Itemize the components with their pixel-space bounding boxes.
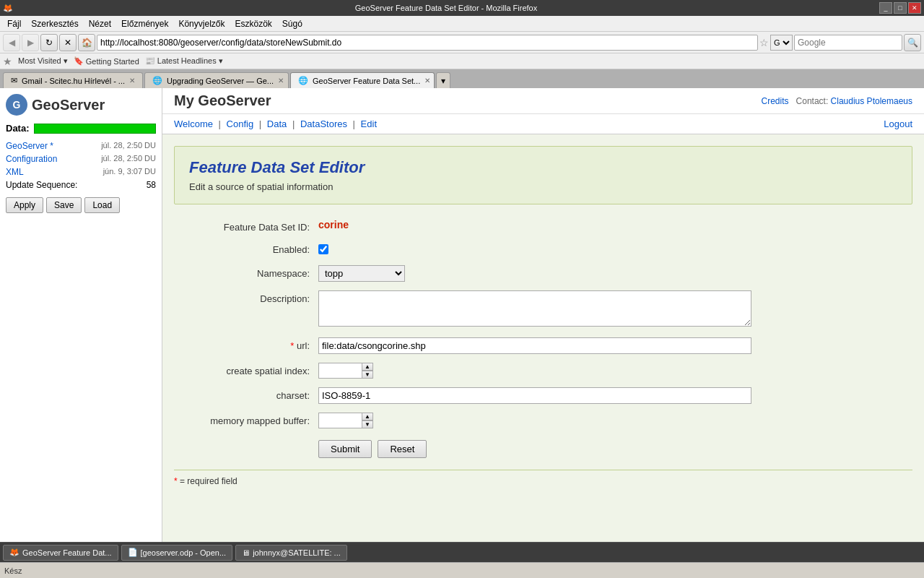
field-row-enabled: Enabled: (174, 241, 912, 256)
stop-button[interactable]: ✕ (59, 34, 77, 51)
bookmarks-icon: ★ (3, 56, 12, 67)
url-input-field[interactable] (318, 337, 751, 354)
taskbar-label-geoserver: GeoServer Feature Dat... (22, 548, 112, 557)
field-charset-label: charset: (174, 387, 318, 401)
required-note-text: = required field (180, 476, 237, 486)
editor-header: Feature Data Set Editor Edit a source of… (174, 146, 912, 204)
breadcrumb-config[interactable]: Config (227, 118, 254, 129)
reload-button[interactable]: ↻ (40, 34, 58, 51)
logout-button[interactable]: Logout (884, 118, 912, 129)
back-button[interactable]: ◀ (3, 34, 20, 51)
browser-content: G GeoServer Data: GeoServer * júl. 28, 2… (0, 88, 924, 546)
taskbar-item-odp[interactable]: 📄 [geoserver.odp - Open... (121, 545, 233, 561)
tabs-bar: ✉ Gmail - Scitec.hu Hírlevél - ... ✕ 🌐 U… (0, 69, 924, 88)
field-id-label: Feature Data Set ID: (174, 219, 318, 233)
menu-bar: Fájl Szerkesztés Nézet Előzmények Könyvj… (0, 16, 924, 32)
submit-button[interactable]: Submit (318, 440, 372, 458)
field-row-url: url: (174, 337, 912, 354)
breadcrumb-welcome[interactable]: Welcome (174, 118, 213, 129)
spatial-index-up[interactable]: ▲ (362, 363, 373, 371)
tab-upgrading[interactable]: 🌐 Upgrading GeoServer — Ge... ✕ (144, 72, 289, 88)
search-engine-select[interactable]: G (770, 35, 793, 51)
menu-help[interactable]: Súgó (278, 17, 307, 30)
sidebar-logo: G GeoServer (6, 94, 156, 116)
tab-close-gmail[interactable]: ✕ (129, 77, 135, 85)
search-button[interactable]: 🔍 (904, 34, 921, 51)
maximize-button[interactable]: □ (894, 2, 907, 14)
bookmark-star[interactable]: ☆ (759, 37, 769, 48)
status-text: Kész (4, 566, 22, 575)
required-asterisk: * (174, 476, 178, 486)
breadcrumb-bar: Welcome | Config | Data | DataStores | E… (162, 114, 924, 134)
getting-started-label: Getting Started (86, 57, 139, 66)
enabled-checkbox[interactable] (318, 244, 328, 254)
bookmark-getting-started[interactable]: 🔖 Getting Started (74, 56, 139, 66)
field-row-description: Description: (174, 290, 912, 329)
menu-edit[interactable]: Szerkesztés (27, 17, 82, 30)
contact-link[interactable]: Claudius Ptolemaeus (831, 96, 912, 106)
save-button[interactable]: Save (46, 197, 82, 213)
search-input[interactable] (794, 35, 902, 51)
field-row-memory-buffer: memory mapped buffer: ▲ ▼ (174, 413, 912, 428)
sidebar-date-geoserver: júl. 28, 2:50 DU (101, 141, 156, 151)
breadcrumb-datastores[interactable]: DataStores (300, 118, 347, 129)
bookmark-most-visited[interactable]: Most Visited ▾ (18, 56, 68, 66)
tab-geoserver-editor[interactable]: 🌐 GeoServer Feature Data Set... ✕ (290, 72, 435, 88)
firefox-icon: 🦊 (3, 4, 13, 13)
taskbar-icon-geoserver: 🦊 (9, 548, 19, 557)
taskbar-icon-odp: 📄 (128, 548, 138, 557)
taskbar-item-geoserver[interactable]: 🦊 GeoServer Feature Dat... (3, 545, 118, 561)
tab-favicon-gmail: ✉ (11, 76, 17, 85)
menu-tools[interactable]: Eszközök (230, 17, 276, 30)
spatial-index-down[interactable]: ▼ (362, 371, 373, 379)
data-text: Data: (6, 123, 30, 134)
geoserver-header: My GeoServer Credits Contact: Claudius P… (162, 88, 924, 114)
memory-buffer-input[interactable] (318, 413, 362, 428)
url-input[interactable] (97, 35, 758, 51)
menu-history[interactable]: Előzmények (117, 17, 173, 30)
menu-bookmarks[interactable]: Könyvjelzők (174, 17, 229, 30)
tab-close-geoserver[interactable]: ✕ (424, 77, 430, 85)
memory-buffer-up[interactable]: ▲ (362, 413, 373, 420)
taskbar-item-terminal[interactable]: 🖥 johnnyx@SATELLITE: ... (235, 545, 347, 561)
menu-file[interactable]: Fájl (3, 17, 25, 30)
title-bar: 🦊 GeoServer Feature Data Set Editor - Mo… (0, 0, 924, 16)
description-textarea[interactable] (318, 290, 751, 327)
minimize-button[interactable]: _ (879, 2, 892, 14)
sidebar-link-row-geoserver: GeoServer * júl. 28, 2:50 DU (6, 139, 156, 152)
sidebar-date-config: júl. 28, 2:50 DU (101, 154, 156, 164)
breadcrumb-data[interactable]: Data (267, 118, 287, 129)
tab-close-upgrading[interactable]: ✕ (278, 77, 284, 85)
home-button[interactable]: 🏠 (78, 34, 95, 51)
bookmarks-bar: ★ Most Visited ▾ 🔖 Getting Started 📰 Lat… (0, 53, 924, 69)
tabs-overflow-button[interactable]: ▾ (436, 72, 450, 88)
close-button[interactable]: ✕ (908, 2, 921, 14)
sidebar-links: GeoServer * júl. 28, 2:50 DU Configurati… (6, 139, 156, 178)
geoserver-logo-icon: G (6, 94, 27, 116)
apply-button[interactable]: Apply (6, 197, 43, 213)
spatial-index-input[interactable] (318, 363, 362, 379)
bookmark-latest-headlines[interactable]: 📰 Latest Headlines ▾ (145, 56, 223, 66)
field-memory-buffer-value: ▲ ▼ (318, 413, 912, 428)
field-memory-buffer-label: memory mapped buffer: (174, 413, 318, 426)
headlines-icon: 📰 (145, 56, 155, 66)
reset-button[interactable]: Reset (378, 440, 427, 458)
field-row-charset: charset: (174, 387, 912, 404)
field-id-value: corine (318, 219, 912, 230)
load-button[interactable]: Load (84, 197, 120, 213)
sidebar-link-xml[interactable]: XML (6, 167, 24, 177)
sidebar-link-config[interactable]: Configuration (6, 154, 57, 164)
tab-gmail[interactable]: ✉ Gmail - Scitec.hu Hírlevél - ... ✕ (3, 72, 143, 88)
menu-view[interactable]: Nézet (84, 17, 116, 30)
credits-link[interactable]: Credits (762, 96, 789, 106)
namespace-select[interactable]: topp (318, 265, 405, 282)
charset-input[interactable] (318, 387, 751, 404)
breadcrumb-edit[interactable]: Edit (361, 118, 377, 129)
memory-buffer-down[interactable]: ▼ (362, 420, 373, 428)
field-spatial-index-label: create spatial index: (174, 363, 318, 376)
field-enabled-label: Enabled: (174, 241, 318, 255)
forward-button[interactable]: ▶ (22, 34, 39, 51)
data-label-row: Data: (6, 123, 156, 134)
field-charset-value (318, 387, 912, 404)
sidebar-link-geoserver[interactable]: GeoServer * (6, 141, 53, 151)
